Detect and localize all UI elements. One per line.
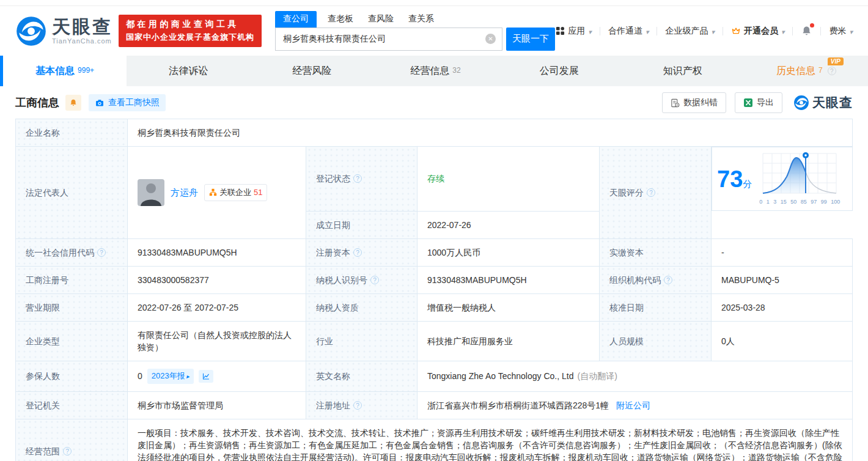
- help-icon[interactable]: [97, 248, 106, 257]
- tab-operating-risk[interactable]: 经营风险: [250, 56, 373, 86]
- business-info-table: 企业名称 桐乡哲奥科技有限责任公司 法定代表人 方运舟: [15, 119, 853, 461]
- credit-code-label: 统一社会信用代码: [16, 238, 128, 266]
- nav-divider: [657, 27, 657, 35]
- brand-domain: TianYanCha.com: [52, 37, 112, 45]
- industry-value: 科技推广和应用服务业: [417, 321, 600, 361]
- nav-partner[interactable]: 合作通道: [608, 26, 649, 37]
- score-value: 73分: [712, 147, 853, 211]
- tab-company-development[interactable]: 公司发展: [498, 56, 621, 86]
- search-tab-boss[interactable]: 查老板: [328, 13, 353, 28]
- paid-capital-label: 实缴资本: [600, 238, 712, 266]
- tab-badge: 32: [452, 66, 460, 75]
- tab-history-info[interactable]: VIP 历史信息 7: [745, 56, 868, 86]
- legal-rep-label: 法定代表人: [16, 147, 128, 239]
- related-companies-button[interactable]: 关联企业 51: [204, 184, 267, 201]
- tianyancha-watermark: 天眼查: [793, 94, 853, 111]
- help-icon[interactable]: [370, 276, 379, 284]
- tab-badge: 7: [818, 66, 823, 75]
- help-icon[interactable]: [353, 248, 362, 257]
- nav-enterprise[interactable]: 企业级产品: [665, 26, 715, 37]
- tianyancha-logo-icon: [793, 95, 809, 111]
- export-button[interactable]: 导出: [735, 92, 782, 113]
- reg-address-label: 注册地址: [306, 391, 417, 419]
- business-scope-value: 一般项目：技术服务、技术开发、技术咨询、技术交流、技术转让、技术推广；资源再生利…: [128, 419, 853, 461]
- chevron-down-icon: [588, 26, 592, 36]
- help-icon[interactable]: [353, 401, 362, 410]
- legal-rep-avatar[interactable]: [138, 179, 164, 206]
- score-curve-icon: [759, 150, 840, 195]
- chevron-down-icon: [781, 26, 785, 36]
- help-icon[interactable]: [664, 276, 672, 284]
- tab-legal[interactable]: 法律诉讼: [127, 56, 250, 86]
- brand-slogan: 都在用的商业查询工具 国家中小企业发展子基金旗下机构: [119, 15, 262, 47]
- tianyancha-logo-icon: [15, 15, 47, 47]
- legal-rep-name-link[interactable]: 方运舟: [171, 186, 198, 199]
- table-row: 登记机关 桐乡市市场监督管理局 注册地址 浙江省嘉兴市桐乡市梧桐街道环城西路22…: [16, 391, 853, 419]
- vip-badge: VIP: [828, 57, 844, 65]
- company-type-value: 有限责任公司（自然人投资或控股的法人独资）: [128, 321, 306, 361]
- org-chart-icon: [209, 188, 217, 196]
- table-row: 参保人数 02023年报 英文名称 Tongxiang Zhe Ao Techn…: [16, 361, 853, 391]
- company-type-label: 企业类型: [16, 321, 128, 361]
- business-scope-label: 经营范围: [16, 419, 128, 461]
- trend-chart-button[interactable]: [199, 370, 213, 383]
- table-row: 统一社会信用代码 91330483MABUPUMQ5H 注册资本 1000万人民…: [16, 238, 853, 266]
- grid-icon: [556, 26, 565, 35]
- monitor-bell-button[interactable]: [65, 95, 81, 111]
- credit-code-value: 91330483MABUPUMQ5H: [128, 238, 306, 266]
- help-icon[interactable]: [647, 188, 655, 197]
- tab-basic-info[interactable]: 基本信息 999+: [3, 56, 127, 86]
- table-row: 企业类型 有限责任公司（自然人投资或控股的法人独资） 行业 科技推广和应用服务业…: [16, 321, 853, 361]
- nav-user[interactable]: 费米: [829, 26, 853, 37]
- paid-capital-value: -: [712, 238, 853, 266]
- help-icon[interactable]: [63, 447, 72, 455]
- line-chart-icon: [202, 372, 210, 380]
- chevron-down-icon: [711, 26, 715, 36]
- tab-intellectual-property[interactable]: 知识产权: [621, 56, 745, 86]
- nearby-companies-link[interactable]: 附近公司: [616, 400, 650, 410]
- business-term-value: 2022-07-26 至 2072-07-25: [128, 293, 306, 321]
- annual-report-link[interactable]: 2023年报: [147, 369, 194, 384]
- reg-authority-value: 桐乡市市场监督管理局: [128, 391, 306, 419]
- nav-divider: [600, 27, 600, 35]
- score-axis: 01 315 5085 9799 100: [759, 196, 840, 208]
- search-tab-risk[interactable]: 查风险: [368, 13, 394, 28]
- table-row: 经营范围 一般项目：技术服务、技术开发、技术咨询、技术交流、技术转让、技术推广；…: [16, 419, 853, 461]
- brand-name: 天眼查: [52, 18, 112, 36]
- score-distribution-chart[interactable]: 01 315 5085 9799 100: [759, 150, 840, 208]
- english-name-label: 英文名称: [306, 361, 417, 391]
- user-nav: 应用 合作通道 企业级产品 开通会员: [556, 25, 853, 37]
- search-tab-company[interactable]: 查公司: [275, 11, 317, 28]
- reg-address-value: 浙江省嘉兴市桐乡市梧桐街道环城西路228号1幢 附近公司: [417, 391, 853, 419]
- business-snapshot-button[interactable]: 查看工商快照: [89, 94, 166, 111]
- search-submit-button[interactable]: 天眼一下: [506, 28, 555, 51]
- clear-search-icon[interactable]: [485, 34, 496, 44]
- excel-icon: [743, 98, 753, 108]
- chevron-down-icon: [645, 26, 649, 36]
- legal-rep-value: 方运舟 关联企业 51: [128, 147, 306, 239]
- reg-capital-label: 注册资本: [306, 238, 417, 266]
- tab-badge: 999+: [78, 66, 94, 75]
- table-row: 企业名称 桐乡哲奥科技有限责任公司: [16, 119, 853, 147]
- search-area: 查公司 查老板 查风险 查关系 天眼一下: [275, 12, 555, 51]
- auto-translate-note: (自动翻译): [577, 371, 617, 381]
- help-icon[interactable]: [828, 67, 836, 75]
- nav-apps[interactable]: 应用: [556, 26, 592, 37]
- notifications-bell[interactable]: [801, 25, 812, 37]
- data-correction-button[interactable]: 数据纠错: [662, 92, 726, 113]
- establish-date-value: 2022-07-26: [417, 211, 600, 238]
- help-icon[interactable]: [353, 174, 362, 183]
- tianyancha-logo[interactable]: 天眼查 TianYanCha.com: [15, 15, 112, 47]
- nav-vip[interactable]: 开通会员: [731, 26, 785, 37]
- reg-number-value: 330483000582377: [128, 266, 306, 293]
- tab-operating-info[interactable]: 经营信息 32: [373, 56, 497, 86]
- search-tab-relation[interactable]: 查关系: [408, 13, 434, 28]
- crown-icon: [731, 26, 741, 36]
- reg-authority-label: 登记机关: [16, 391, 128, 419]
- nav-divider: [820, 27, 821, 35]
- bell-icon: [69, 98, 78, 107]
- search-input[interactable]: [276, 34, 477, 44]
- company-name-value: 桐乡哲奥科技有限责任公司: [128, 119, 853, 147]
- score-number: 73: [717, 166, 743, 192]
- taxpayer-quality-value: 增值税一般纳税人: [417, 293, 600, 321]
